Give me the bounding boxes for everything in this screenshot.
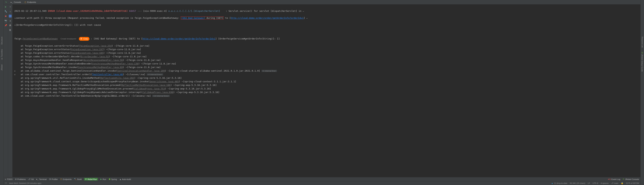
log-exec: [nio-9090-exec-4]	[143, 10, 167, 12]
left-tool-sidebar: Structure ★ Favorites JRebel	[0, 0, 4, 185]
caret-position[interactable]: 81:341 (15 chars)	[570, 182, 585, 184]
endpoints-tab-label: Endpoints	[27, 1, 36, 3]
run-toolbar-2: ↑ ↓ ⤶ ⇊ 🖶 🗑	[8, 4, 12, 177]
source-link[interactable]: ReflectiveMethodInvocation.java:186	[122, 84, 170, 86]
git-tab[interactable]: ⎇ Git	[28, 178, 34, 180]
stack-frame: at com.cloud.user.controller.TestControl…	[14, 94, 639, 98]
source-link[interactable]: SynchronousMethodHandler.java:138	[92, 62, 138, 65]
profiler-tab[interactable]: ◔ Profiler	[49, 178, 58, 180]
rerun-button[interactable]: ▶	[4, 5, 7, 8]
console-tab-label: Console	[14, 1, 21, 3]
internal-lines-badge[interactable]: <14 internal lines>	[152, 95, 170, 97]
console-tabs: ↻ ▸_ Console ⬡ Endpoints	[4, 0, 640, 4]
wrap-continue-icon: ↳	[14, 17, 16, 19]
exception-url-link[interactable]: http://cloud-demo-order/order/getOrderIn…	[142, 37, 216, 40]
error-highlight-box: [502 Bad Gateway] during [GET]	[181, 16, 224, 19]
log-pid: 68457	[129, 10, 136, 12]
endpoints-icon: ⬡	[24, 1, 26, 3]
stack-frame: at org.springframework.cloud.context.sco…	[14, 80, 639, 83]
right-tool-sidebar: Request List ⟳ JRebel Setup Guide	[640, 0, 644, 185]
rerun-icon[interactable]: ↻	[5, 1, 7, 3]
status-icon[interactable]: ☐	[5, 182, 7, 184]
git-branch[interactable]: ⎇ main	[611, 182, 618, 184]
fold-icon[interactable]: ⊞	[14, 69, 16, 73]
source-link[interactable]: ErrorDecoder.java:92	[81, 55, 109, 58]
indent-status[interactable]: 4 spaces	[601, 182, 608, 184]
stack-frame: at feign.SynchronousMethodHandler.execut…	[14, 62, 639, 65]
lock-icon[interactable]: 🔒	[621, 182, 624, 184]
encoding-status[interactable]: UTF-8	[593, 182, 598, 184]
todo-tab[interactable]: ≡ TODO	[5, 178, 12, 180]
jrebel-tab[interactable]: JRebel	[1, 64, 3, 71]
stack-frame: at feign.SynchronousMethodHandler.invoke…	[14, 65, 639, 69]
jrebel-setup-tab[interactable]: ⟳ JRebel Setup Guide	[641, 51, 644, 73]
stack-frame: ⊞ at com.cloud.user.controller.TestContr…	[14, 73, 639, 76]
memory-indicator[interactable]: 3175 of 3072M	[626, 182, 639, 184]
bad-gateway-link[interactable]: [502 Bad Gateway]	[181, 17, 205, 19]
terminal-tab[interactable]: ▸_ Terminal	[36, 178, 47, 180]
internal-lines-badge[interactable]: <4 internal lines>	[147, 73, 163, 76]
source-link[interactable]: CglibAopProxy.java:698	[142, 91, 173, 94]
terminal-icon: ▸_	[11, 1, 13, 3]
up-to-date-status[interactable]: ▲ 11 Δ/up-to-date	[551, 182, 567, 184]
source-link[interactable]: ReflectionUtils.java:282	[100, 77, 134, 79]
wrap-indicator-icon: ↵	[306, 17, 308, 19]
camera-icon[interactable]: 📷	[4, 19, 7, 22]
auto-fetch-status: Auto fetch: finished (10 minutes ago)	[9, 182, 41, 184]
stack-frame: at feign.FeignException.errorStatus(Feig…	[14, 48, 639, 51]
auto-build-tab[interactable]: ▲ Auto-build	[119, 178, 131, 180]
source-link[interactable]: FeignException.java:254	[80, 44, 112, 47]
source-link[interactable]: FeignException.java:185	[71, 52, 103, 54]
cosy-badge[interactable]: ⦿ Cosy	[79, 37, 89, 41]
favorites-tab[interactable]: ★ Favorites	[0, 48, 3, 61]
bottom-toolbar: ≡ TODO ⊘ Problems ⎇ Git ▸_ Terminal ◔ Pr…	[4, 177, 640, 181]
feign-url-link[interactable]: http://cloud-demo-order/order/getOrderIn…	[231, 17, 304, 19]
wrench-icon[interactable]: 🔧	[4, 10, 7, 13]
run-tab[interactable]: ▶ Run	[100, 178, 106, 180]
internal-lines-badge[interactable]: <1 internal line>	[262, 70, 277, 72]
source-link[interactable]: TestController.java:46	[92, 73, 123, 76]
source-link[interactable]: AsyncResponseHandler.java:96	[84, 59, 123, 61]
endpoints-bottom-tab[interactable]: ⬡ Endpoints	[60, 178, 72, 180]
source-link[interactable]: SynchronousMethodHandler.java:89	[78, 66, 123, 69]
stack-frame: at feign.FeignException.serverErrorStatu…	[14, 44, 639, 48]
down-icon[interactable]: ↓	[9, 10, 12, 13]
trash-icon[interactable]: 🗑	[9, 28, 12, 31]
structure-tab[interactable]: Structure	[1, 36, 3, 45]
stack-frame: at org.springframework.aop.framework.Ref…	[14, 83, 639, 87]
line-separator[interactable]: LF	[588, 182, 590, 184]
source-link[interactable]: GenericScope.java:485	[150, 80, 179, 83]
create-breakpoint-link[interactable]: Create breakpoint	[60, 38, 76, 40]
exception-class-link[interactable]: FeignException$BadGateway	[23, 37, 58, 40]
stack-frame: ⊞ at com.alibaba.cloud.sentinel.feign.Se…	[14, 69, 639, 73]
scroll-icon[interactable]: ⇊	[9, 19, 12, 22]
fold-icon[interactable]: ⊞	[14, 73, 16, 76]
console-output[interactable]: 2023-02-12 20:07:11.949 ERROR [cloud-dem…	[12, 4, 640, 177]
up-icon[interactable]: ↑	[9, 5, 12, 8]
console-tab[interactable]: ▸_ Console	[11, 1, 21, 3]
log-timestamp: 2023-02-12 20:07:11.949	[14, 10, 46, 12]
problems-tab[interactable]: ⊘ Problems	[15, 178, 26, 180]
wrap-indicator-icon: ↵	[303, 10, 304, 12]
stack-frame: at feign.FeignException.errorStatus(Feig…	[14, 51, 639, 55]
build-tab[interactable]: 🔨 Build	[74, 178, 82, 180]
source-link[interactable]: CglibAopProxy.java:753	[134, 87, 165, 90]
spring-tab[interactable]: ⬢ Spring	[109, 178, 117, 180]
rebel-run-tab[interactable]: ⟳ Rebel Run	[84, 178, 98, 181]
request-list-tab[interactable]: Request List	[641, 36, 644, 48]
wrap-icon[interactable]: ⤶	[9, 15, 12, 17]
source-link[interactable]: SentinelInvocationHandler.java:109	[117, 69, 165, 72]
print-icon[interactable]: 🖶	[9, 24, 12, 27]
stop-button[interactable]: ■	[4, 15, 7, 17]
log-logger: o.a.c.c.C.[.[.[/].[dispatcherServlet]	[168, 10, 220, 12]
pin-icon[interactable]: 📌	[4, 24, 7, 27]
event-log-tab[interactable]: ●⊟ Event Log	[608, 178, 620, 180]
stack-frame: at feign.codec.ErrorDecoder$Default.deco…	[14, 55, 639, 58]
run-toolbar-1: ▶ 🔧 ■ 📷 📌	[4, 4, 8, 177]
source-link[interactable]: FeignException.java:197	[71, 48, 103, 51]
jrebel-console-tab[interactable]: ⟳ JRebel Console	[623, 178, 639, 180]
wrap-continue-icon: ↳	[14, 24, 16, 26]
stack-frame: at feign.AsyncResponseHandler.handleResp…	[14, 58, 639, 62]
endpoints-tab[interactable]: ⬡ Endpoints	[24, 1, 36, 3]
status-bar: ☐ Auto fetch: finished (10 minutes ago) …	[4, 181, 640, 185]
